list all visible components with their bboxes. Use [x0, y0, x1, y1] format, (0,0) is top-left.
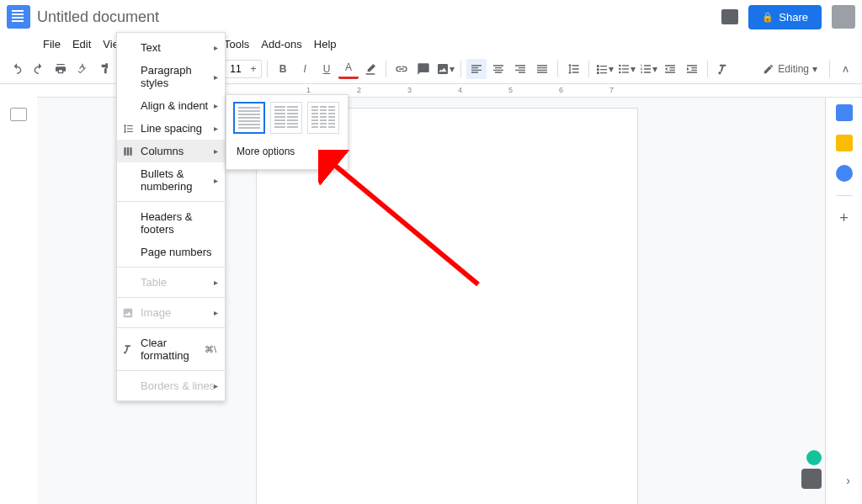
account-avatar[interactable] — [832, 5, 855, 29]
align-justify-button[interactable] — [532, 59, 552, 79]
undo-button[interactable] — [7, 59, 27, 79]
clear-formatting-button[interactable] — [713, 59, 733, 79]
menu-file[interactable]: File — [37, 35, 67, 53]
line-spacing-button[interactable] — [563, 59, 583, 79]
menu-item-headers-footers[interactable]: Headers & footers — [117, 205, 225, 241]
show-side-panel-icon[interactable]: › — [846, 474, 850, 487]
spellcheck-button[interactable] — [72, 59, 93, 79]
column-option-2[interactable] — [270, 102, 302, 134]
align-center-button[interactable] — [488, 59, 508, 79]
bold-button[interactable]: B — [273, 59, 293, 79]
document-title[interactable]: Untitled document — [37, 8, 159, 26]
print-button[interactable] — [51, 59, 71, 79]
decrease-indent-button[interactable] — [660, 59, 680, 79]
insert-comment-button[interactable] — [413, 59, 434, 79]
menu-item-paragraph-styles[interactable]: Paragraph styles — [117, 59, 225, 94]
insert-link-button[interactable] — [391, 59, 412, 79]
italic-button[interactable]: I — [295, 59, 315, 79]
insert-image-button[interactable]: ▾ — [435, 59, 455, 79]
share-button[interactable]: Share — [748, 5, 822, 29]
calendar-icon[interactable] — [836, 104, 853, 121]
menu-item-clear-formatting[interactable]: Clear formatting ⌘\ — [117, 332, 225, 367]
menu-item-columns[interactable]: Columns — [117, 140, 225, 162]
explore-button[interactable] — [801, 469, 822, 489]
increase-indent-button[interactable] — [682, 59, 702, 79]
comments-icon[interactable] — [721, 9, 738, 24]
menu-addons[interactable]: Add-ons — [255, 35, 307, 53]
columns-submenu: More options — [226, 94, 349, 170]
highlight-button[interactable] — [360, 59, 380, 79]
menu-edit[interactable]: Edit — [67, 35, 97, 53]
header: Untitled document Share — [0, 0, 862, 34]
align-right-button[interactable] — [510, 59, 530, 79]
underline-button[interactable]: U — [317, 59, 337, 79]
text-color-button[interactable]: A — [338, 59, 359, 79]
redo-button[interactable] — [29, 59, 49, 79]
align-left-button[interactable] — [466, 59, 487, 79]
editing-mode-button[interactable]: Editing ▾ — [756, 63, 824, 75]
svg-point-1 — [619, 67, 621, 70]
bulleted-list-button[interactable]: ▾ — [616, 59, 636, 79]
menu-item-align-indent[interactable]: Align & indent — [117, 94, 225, 117]
column-option-1[interactable] — [233, 102, 265, 134]
tasks-icon[interactable] — [836, 165, 853, 182]
menu-item-page-numbers[interactable]: Page numbers — [117, 241, 225, 263]
menu-item-line-spacing[interactable]: Line spacing — [117, 117, 225, 140]
menu-item-text[interactable]: Text — [117, 36, 225, 59]
svg-point-2 — [619, 71, 621, 73]
menu-help[interactable]: Help — [308, 35, 343, 53]
docs-logo-icon[interactable] — [7, 5, 30, 29]
outline-panel — [0, 98, 37, 504]
menu-item-borders-lines: Borders & lines — [117, 374, 225, 397]
checklist-button[interactable]: ▾ — [594, 59, 615, 79]
font-size-input[interactable] — [226, 63, 246, 75]
outline-toggle-icon[interactable] — [10, 108, 27, 121]
side-panel: + — [825, 98, 862, 504]
paint-format-button[interactable] — [94, 59, 114, 79]
menu-item-table: Table — [117, 271, 225, 294]
more-options-button[interactable]: More options — [233, 141, 341, 162]
grammarly-icon[interactable] — [806, 450, 822, 465]
add-addon-icon[interactable]: + — [839, 210, 849, 227]
menu-item-bullets-numbering[interactable]: Bullets & numbering — [117, 162, 225, 198]
collapse-toolbar-button[interactable]: ʌ — [835, 59, 855, 79]
format-menu: Text Paragraph styles Align & indent Lin… — [116, 32, 226, 401]
menu-item-image: Image — [117, 301, 225, 324]
column-option-3[interactable] — [307, 102, 339, 134]
font-size-increase[interactable]: + — [246, 63, 261, 75]
keep-icon[interactable] — [836, 135, 853, 151]
svg-point-0 — [619, 64, 621, 66]
numbered-list-button[interactable]: ▾ — [638, 59, 658, 79]
